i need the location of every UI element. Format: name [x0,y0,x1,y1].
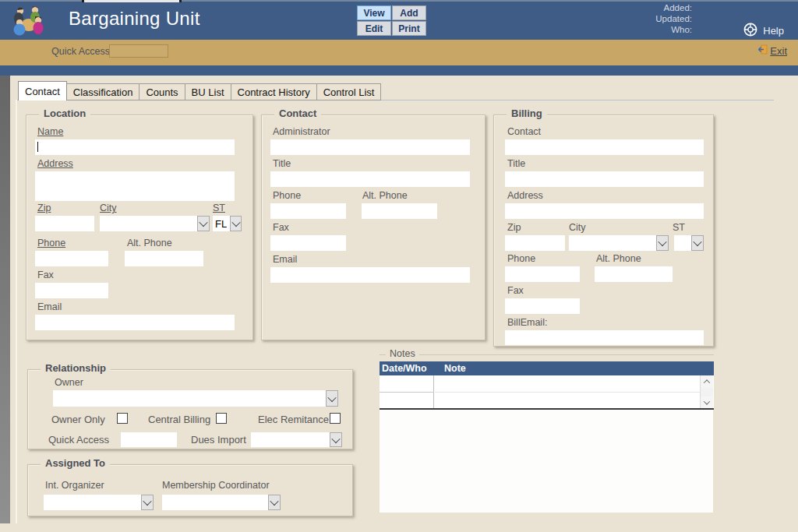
contact-alt-phone-input[interactable] [362,203,437,219]
location-name-input[interactable] [35,139,235,155]
billing-phone-input[interactable] [505,266,580,282]
add-button[interactable]: Add [392,5,426,20]
billing-fax-input[interactable] [505,298,580,314]
owner-only-checkbox[interactable] [117,413,128,424]
tab-control-list[interactable]: Control List [317,83,382,100]
contact-title-input[interactable] [270,171,470,187]
updated-label: Updated: [583,13,692,24]
billing-address-input[interactable] [505,203,704,219]
billing-zip-input[interactable] [505,235,565,251]
contact-fax-label: Fax [273,222,289,233]
location-email-label: Email [37,301,62,312]
tab-classification[interactable]: Classification [67,83,140,100]
quick-access-label: Quick Access [51,46,110,57]
owner-only-label: Owner Only [51,414,105,425]
screen-artifact [179,0,182,2]
dues-import-combobox[interactable] [251,432,342,447]
chevron-down-icon[interactable] [141,495,154,510]
location-zip-label[interactable]: Zip [37,203,51,213]
relationship-group-title: Relationship [41,362,111,374]
billing-city-combobox[interactable] [569,235,669,251]
location-city-label[interactable]: City [100,203,117,213]
location-st-label[interactable]: ST [213,203,225,213]
tab-contract-history[interactable]: Contract History [231,83,317,100]
contact-group-title: Contact [274,107,321,119]
scroll-down-button[interactable] [701,396,713,409]
elec-remitance-checkbox[interactable] [330,413,341,424]
exit-icon [757,44,768,57]
tab-bu-list[interactable]: BU List [185,83,231,100]
billing-alt-phone-input[interactable] [595,266,673,282]
dues-import-value[interactable] [251,432,329,447]
int-organizer-combobox[interactable] [44,495,154,510]
chevron-down-icon[interactable] [230,216,242,231]
membership-coordinator-value[interactable] [162,495,267,510]
billing-contact-input[interactable] [505,139,704,155]
added-label: Added: [583,2,692,13]
text-cursor [37,142,38,152]
location-group-title: Location [39,107,90,119]
owner-combobox[interactable] [53,390,338,407]
location-st-combobox[interactable] [213,216,242,231]
location-name-label[interactable]: Name [37,126,63,137]
central-billing-checkbox[interactable] [216,413,227,424]
contact-phone-input[interactable] [270,203,346,219]
print-button[interactable]: Print [392,21,426,36]
billing-st-value[interactable] [674,235,690,251]
int-organizer-value[interactable] [44,495,140,510]
int-organizer-label: Int. Organizer [45,480,104,491]
contact-administrator-input[interactable] [270,139,470,155]
tab-counts[interactable]: Counts [139,83,185,100]
location-address-label[interactable]: Address [37,158,73,169]
billing-city-value[interactable] [569,235,655,251]
membership-coordinator-combobox[interactable] [162,495,281,510]
location-email-input[interactable] [35,315,235,330]
billing-title-label: Title [507,158,525,169]
chevron-down-icon[interactable] [656,235,669,251]
notes-scrollbar[interactable] [700,375,713,409]
location-fax-input[interactable] [35,283,108,298]
help-icon [743,22,758,40]
location-city-combobox[interactable] [100,216,210,231]
contact-title-label: Title [273,158,291,169]
billing-st-combobox[interactable] [674,235,704,251]
owner-label: Owner [55,377,83,388]
location-city-value[interactable] [100,216,196,231]
chevron-down-icon[interactable] [330,432,342,447]
billing-group-title: Billing [507,107,547,119]
location-phone-label[interactable]: Phone [37,238,65,248]
chevron-down-icon[interactable] [268,495,281,510]
relationship-quick-access-input[interactable] [121,432,177,447]
help-button[interactable]: Help [743,22,784,40]
location-zip-input[interactable] [35,216,94,231]
owner-value[interactable] [53,390,325,407]
location-st-value[interactable] [213,216,229,231]
notes-title: Notes [386,348,419,359]
location-alt-phone-label: Alt. Phone [127,238,172,248]
elec-remitance-label: Elec Remitance [258,414,329,425]
quick-access-input[interactable] [109,44,168,58]
scroll-up-button[interactable] [701,375,713,388]
notes-col-date-who: Date/Who [382,363,427,374]
edit-button[interactable]: Edit [357,21,391,36]
location-alt-phone-input[interactable] [125,251,203,266]
contact-email-input[interactable] [270,267,470,283]
view-button[interactable]: View [357,5,391,20]
tab-contact[interactable]: Contact [18,81,67,100]
billing-title-input[interactable] [505,171,704,187]
contact-alt-phone-label: Alt. Phone [362,190,408,201]
notes-group-border [380,354,714,355]
table-row[interactable] [435,375,700,409]
chevron-down-icon[interactable] [326,390,338,407]
contact-email-label: Email [273,254,297,265]
chevron-down-icon[interactable] [691,235,704,251]
billing-address-label: Address [507,190,543,201]
notes-detail-area [380,410,713,513]
billing-billemail-input[interactable] [505,330,704,345]
chevron-down-icon[interactable] [197,216,210,231]
contact-fax-input[interactable] [270,235,346,251]
location-phone-input[interactable] [35,251,108,266]
location-address-input[interactable] [35,171,235,201]
exit-button[interactable]: Exit [757,44,787,57]
billing-billemail-label: BillEmail: [507,317,547,328]
